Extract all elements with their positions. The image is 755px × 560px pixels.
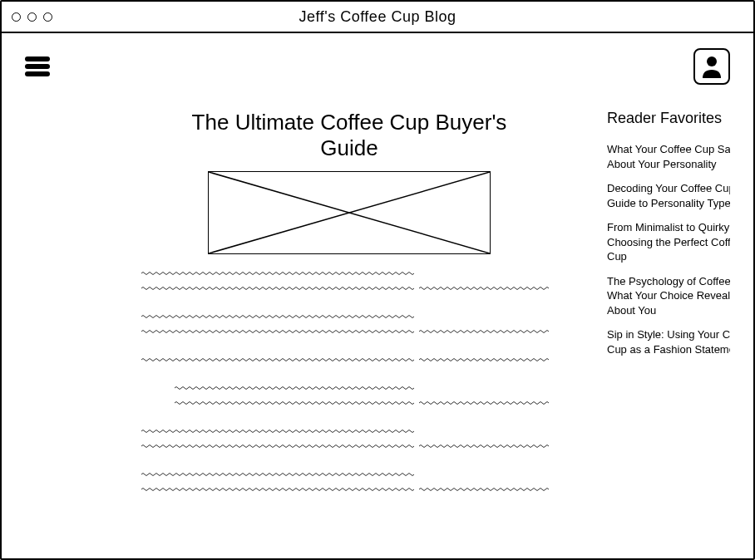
topbar (25, 48, 730, 85)
body-paragraph-quote (141, 384, 557, 414)
sidebar: Reader Favorites What Your Coffee Cup Sa… (607, 110, 730, 542)
body-paragraph (141, 356, 557, 371)
app-window: Jeff's Coffee Cup Blog The Ultimate Coff… (0, 0, 755, 560)
body-paragraph (141, 427, 557, 457)
favorite-link[interactable]: Decoding Your Coffee Cup: A Guide to Per… (607, 181, 730, 210)
profile-button[interactable] (693, 48, 730, 85)
article-body (133, 269, 565, 542)
body-paragraph (141, 312, 557, 342)
titlebar: Jeff's Coffee Cup Blog (2, 2, 753, 33)
content-area: The Ultimate Coffee Cup Buyer's Guide (2, 33, 753, 558)
article-column: The Ultimate Coffee Cup Buyer's Guide (133, 110, 565, 542)
favorite-link[interactable]: What Your Coffee Cup Says About Your Per… (607, 142, 730, 171)
window-minimize-button[interactable] (27, 12, 37, 22)
svg-point-0 (707, 56, 717, 66)
favorite-link[interactable]: From Minimalist to Quirky: Choosing the … (607, 220, 730, 264)
sidebar-title: Reader Favorites (607, 110, 730, 127)
main-row: The Ultimate Coffee Cup Buyer's Guide (25, 110, 730, 542)
window-title: Jeff's Coffee Cup Blog (299, 8, 456, 26)
favorite-link[interactable]: Sip in Style: Using Your Coffee Cup as a… (607, 327, 730, 356)
body-paragraph (141, 470, 557, 500)
profile-icon (701, 55, 723, 78)
article-title: The Ultimate Coffee Cup Buyer's Guide (133, 110, 565, 161)
menu-icon[interactable] (25, 56, 50, 76)
body-paragraph (141, 269, 557, 299)
article-image-placeholder (208, 171, 491, 254)
favorite-link[interactable]: The Psychology of Coffee Cups: What Your… (607, 274, 730, 318)
window-maximize-button[interactable] (43, 12, 52, 22)
window-controls (12, 12, 52, 22)
window-close-button[interactable] (12, 12, 21, 22)
